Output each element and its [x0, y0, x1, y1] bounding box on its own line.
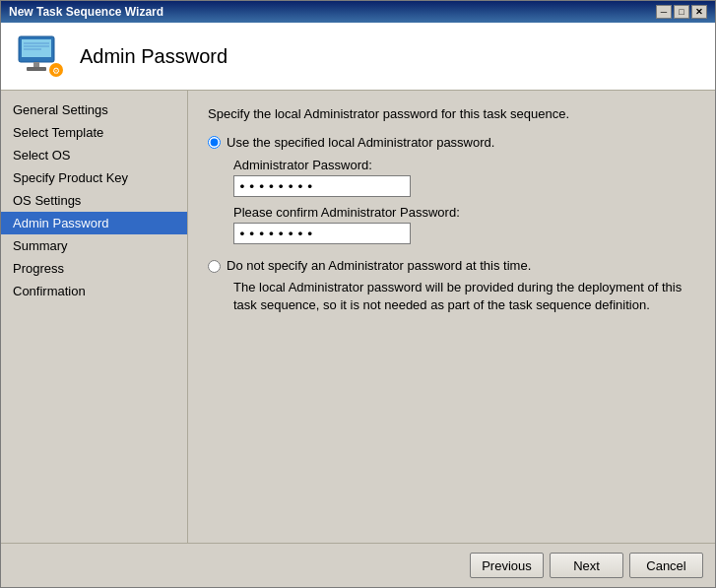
sidebar-item-select-os[interactable]: Select OS: [1, 144, 187, 166]
svg-rect-6: [27, 67, 46, 71]
next-button[interactable]: Next: [550, 553, 623, 578]
confirm-password-input[interactable]: [233, 223, 411, 244]
content-area: General Settings Select Template Select …: [1, 91, 715, 543]
svg-text:⚙: ⚙: [52, 66, 60, 76]
close-button[interactable]: ✕: [691, 5, 707, 19]
password-fields-group: Administrator Password: Please confirm A…: [233, 158, 695, 244]
helper-text: The local Administrator password will be…: [233, 279, 695, 314]
sidebar: General Settings Select Template Select …: [1, 91, 188, 543]
sidebar-item-select-template[interactable]: Select Template: [1, 121, 187, 144]
window-title: New Task Sequence Wizard: [9, 5, 163, 19]
sidebar-item-confirmation[interactable]: Confirmation: [1, 280, 187, 302]
sidebar-item-summary[interactable]: Summary: [1, 234, 187, 257]
cancel-button[interactable]: Cancel: [629, 553, 703, 578]
radio-option-no-password: Do not specify an Administrator password…: [208, 258, 695, 273]
radio-no-password-label[interactable]: Do not specify an Administrator password…: [227, 258, 531, 273]
confirm-password-label: Please confirm Administrator Password:: [233, 205, 695, 220]
previous-button[interactable]: Previous: [470, 553, 544, 578]
svg-rect-1: [22, 39, 51, 57]
radio-use-password-label[interactable]: Use the specified local Administrator pa…: [227, 135, 494, 150]
page-title: Admin Password: [80, 45, 228, 68]
sidebar-item-os-settings[interactable]: OS Settings: [1, 189, 187, 212]
sidebar-item-specify-product-key[interactable]: Specify Product Key: [1, 166, 187, 189]
admin-password-input[interactable]: [233, 175, 411, 197]
admin-password-label: Administrator Password:: [233, 158, 695, 172]
header-icon: ⚙: [17, 33, 64, 80]
radio-option-use-password: Use the specified local Administrator pa…: [208, 135, 695, 150]
title-bar-buttons: ─ □ ✕: [656, 5, 707, 19]
main-content: Specify the local Administrator password…: [188, 91, 715, 543]
radio-no-password[interactable]: [208, 260, 221, 273]
sidebar-item-general-settings[interactable]: General Settings: [1, 98, 187, 121]
title-bar: New Task Sequence Wizard ─ □ ✕: [1, 1, 715, 23]
radio-use-password[interactable]: [208, 136, 221, 149]
sidebar-item-admin-password[interactable]: Admin Password: [1, 212, 187, 234]
wizard-window: New Task Sequence Wizard ─ □ ✕: [0, 0, 716, 588]
description-text: Specify the local Administrator password…: [208, 106, 695, 121]
sidebar-item-progress[interactable]: Progress: [1, 257, 187, 280]
header-area: ⚙ Admin Password: [1, 23, 715, 91]
computer-icon-svg: ⚙: [17, 33, 64, 80]
maximize-button[interactable]: □: [674, 5, 689, 19]
footer: Previous Next Cancel: [1, 543, 715, 587]
minimize-button[interactable]: ─: [656, 5, 672, 19]
